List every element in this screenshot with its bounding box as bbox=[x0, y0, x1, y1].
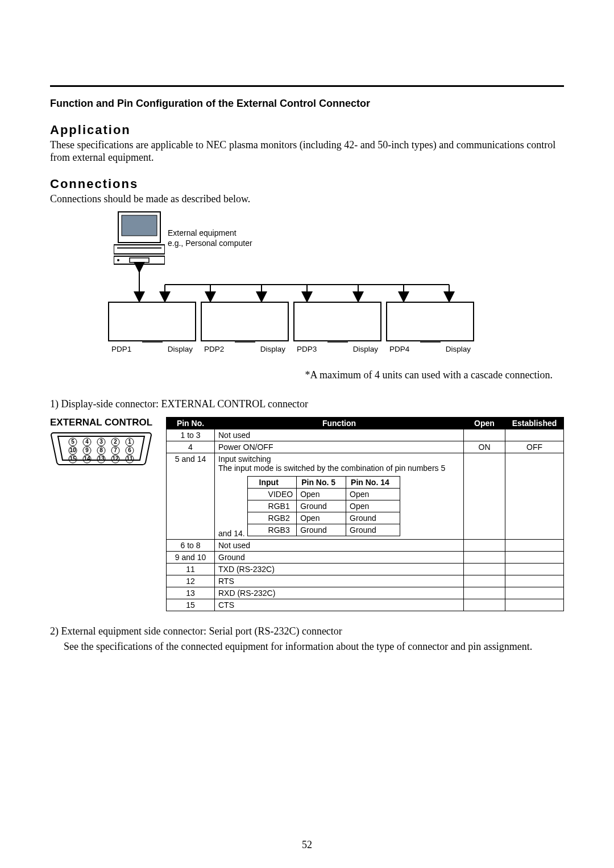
connector-item-2a: 2) External equipment side connector: Se… bbox=[50, 625, 564, 638]
th-pin: Pin No. bbox=[167, 418, 215, 429]
table-row: 11TXD (RS-232C) bbox=[167, 564, 564, 575]
external-control-label: EXTERNAL CONTROL bbox=[50, 417, 159, 428]
svg-text:6: 6 bbox=[128, 447, 131, 453]
svg-text:11: 11 bbox=[126, 456, 133, 462]
connections-title: Connections bbox=[50, 177, 564, 191]
table-row: 6 to 8Not used bbox=[167, 540, 564, 552]
table-row: 9 and 10Ground bbox=[167, 552, 564, 564]
svg-text:12: 12 bbox=[112, 456, 119, 462]
connections-intro: Connections should be made as described … bbox=[50, 193, 564, 206]
connections-diagram: External equipment e.g., Personal comput… bbox=[108, 211, 506, 358]
svg-rect-1 bbox=[122, 215, 157, 236]
table-row: 4 Power ON/OFF ON OFF bbox=[167, 441, 564, 453]
db15-connector-icon: 5 4 3 2 1 10 9 8 7 6 15 14 13 12 11 bbox=[50, 431, 152, 470]
svg-rect-5 bbox=[130, 258, 149, 262]
svg-text:2: 2 bbox=[114, 439, 117, 445]
svg-rect-2 bbox=[114, 245, 165, 254]
th-open: Open bbox=[464, 418, 505, 429]
pdp-unit: PDP1Display bbox=[108, 302, 196, 353]
svg-text:4: 4 bbox=[85, 439, 89, 445]
table-row: 12RTS bbox=[167, 575, 564, 587]
pdp-unit: PDP2Display bbox=[201, 302, 289, 353]
svg-rect-4 bbox=[114, 256, 165, 264]
svg-text:7: 7 bbox=[114, 447, 117, 453]
table-row: 1 to 3 Not used bbox=[167, 429, 564, 441]
svg-point-6 bbox=[117, 259, 119, 261]
svg-text:9: 9 bbox=[85, 447, 89, 453]
pc-icon bbox=[114, 211, 165, 265]
table-row: 5 and 14 Input switching The input mode … bbox=[167, 453, 564, 540]
pin-table: Pin No. Function Open Established 1 to 3… bbox=[166, 417, 564, 611]
pdp-unit: PDP3Display bbox=[293, 302, 381, 353]
th-est: Established bbox=[505, 418, 564, 429]
cascade-note: *A maximum of 4 units can used with a ca… bbox=[50, 369, 564, 382]
svg-text:8: 8 bbox=[99, 447, 103, 453]
connector-item-1: 1) Display-side connector: EXTERNAL CONT… bbox=[50, 398, 564, 411]
svg-rect-3 bbox=[117, 247, 161, 249]
svg-text:15: 15 bbox=[69, 456, 76, 462]
svg-text:3: 3 bbox=[99, 439, 103, 445]
application-body: These specifications are applicable to N… bbox=[50, 139, 564, 164]
svg-text:14: 14 bbox=[84, 456, 90, 462]
input-switch-table: Input Pin No. 5 Pin No. 14 VIDEOOpenOpen… bbox=[247, 476, 400, 536]
subsection-heading: Function and Pin Configuration of the Ex… bbox=[50, 97, 564, 110]
application-title: Application bbox=[50, 123, 564, 137]
svg-text:5: 5 bbox=[71, 439, 74, 445]
external-equipment-label: External equipment e.g., Personal comput… bbox=[168, 228, 252, 248]
svg-text:1: 1 bbox=[128, 439, 131, 445]
table-row: 13RXD (RS-232C) bbox=[167, 587, 564, 599]
table-row: 15CTS bbox=[167, 599, 564, 611]
th-func: Function bbox=[215, 418, 464, 429]
page-number: 52 bbox=[0, 839, 614, 851]
pdp-unit: PDP4Display bbox=[386, 302, 474, 353]
svg-text:10: 10 bbox=[69, 447, 76, 453]
pdp-row: PDP1Display PDP2Display PDP3Display PDP4… bbox=[108, 302, 474, 353]
svg-text:13: 13 bbox=[98, 456, 105, 462]
connector-item-2b: See the specifications of the connected … bbox=[50, 640, 564, 653]
